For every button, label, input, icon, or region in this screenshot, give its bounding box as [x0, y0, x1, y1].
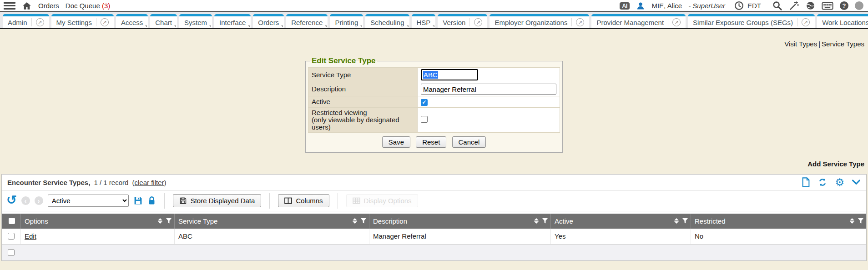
sort-icon[interactable]	[850, 218, 854, 224]
restricted-viewing-label: Restricted viewing (only viewable by des…	[308, 107, 418, 132]
sort-icon[interactable]	[353, 218, 357, 224]
tab-provider-management[interactable]: Provider Management↗	[591, 14, 686, 28]
doc-queue-link[interactable]: Doc Queue	[66, 2, 100, 10]
home-icon[interactable]	[22, 1, 32, 11]
external-link-icon[interactable]: ↗	[469, 18, 482, 26]
orders-menu-link[interactable]: Orders	[38, 2, 59, 10]
column-header-service-type[interactable]: Service Type	[175, 214, 369, 229]
tab-similar-exposure-groups[interactable]: Similar Exposure Groups (SEGs)↗	[688, 14, 815, 28]
lock-icon[interactable]	[147, 196, 156, 205]
active-checkbox[interactable]: ✓	[421, 99, 428, 106]
grid-toolbar: ↺ ‹ › Active Store Displayed Data Column…	[2, 191, 866, 211]
filter-funnel-icon[interactable]	[542, 218, 548, 224]
filter-funnel-icon[interactable]	[361, 218, 366, 224]
visit-types-link[interactable]: Visit Types	[784, 40, 817, 48]
tab-chart[interactable]: Chart	[150, 14, 177, 28]
page-type-links: Visit Types|Service Types	[0, 40, 868, 50]
tab-version[interactable]: Version↗	[438, 14, 487, 28]
filter-funnel-icon[interactable]	[858, 218, 863, 224]
tab-reference[interactable]: Reference	[286, 14, 328, 28]
column-header-description[interactable]: Description	[369, 214, 551, 229]
description-input[interactable]	[421, 84, 556, 95]
service-type-input[interactable]: ABC	[421, 69, 478, 80]
admin-tab-bar: Admin↗ My Settings↗ Access Chart System …	[0, 12, 868, 29]
edit-link[interactable]: Edit	[25, 232, 36, 240]
form-title: Edit Service Type	[310, 56, 377, 65]
collapse-chevron-icon[interactable]	[852, 179, 861, 185]
add-service-type-link[interactable]: Add Service Type	[807, 160, 864, 168]
tab-hsp[interactable]: HSP	[412, 14, 436, 28]
select-all-checkbox[interactable]	[9, 218, 15, 224]
table-header-row: Options Service Type Description Active	[2, 214, 866, 229]
top-bar: Orders Doc Queue (3) AI MIE, Alice - Sup…	[0, 0, 868, 12]
tab-admin[interactable]: Admin↗	[3, 14, 49, 28]
tab-interface[interactable]: Interface	[214, 14, 251, 28]
refresh-icon[interactable]	[818, 177, 828, 187]
user-icon[interactable]	[636, 1, 645, 10]
cell-service-type: ABC	[175, 229, 369, 244]
page-content: Visit Types|Service Types Edit Service T…	[0, 29, 868, 174]
description-row: Description	[308, 82, 560, 96]
tab-employer-organizations[interactable]: Employer Organizations↗	[490, 14, 589, 28]
sort-icon[interactable]	[534, 218, 539, 224]
cancel-button[interactable]: Cancel	[452, 136, 486, 148]
help-icon[interactable]: ?	[840, 1, 848, 10]
cell-description: Manager Referral	[369, 229, 551, 244]
external-link-icon[interactable]: ↗	[96, 18, 109, 26]
column-header-active[interactable]: Active	[551, 214, 691, 229]
new-document-icon[interactable]	[802, 177, 810, 187]
external-link-icon[interactable]: ↗	[797, 18, 810, 26]
tab-my-settings[interactable]: My Settings↗	[51, 14, 114, 28]
search-icon[interactable]	[772, 0, 782, 11]
keyboard-icon[interactable]	[822, 1, 833, 10]
ai-badge[interactable]: AI	[620, 2, 630, 10]
service-types-link[interactable]: Service Types	[822, 40, 864, 48]
columns-button[interactable]: Columns	[278, 194, 329, 207]
save-button[interactable]: Save	[382, 136, 410, 148]
divider	[338, 193, 338, 209]
status-dot-icon[interactable]	[855, 1, 863, 10]
restricted-viewing-checkbox[interactable]	[421, 116, 428, 123]
user-name[interactable]: MIE, Alice	[651, 2, 682, 10]
reset-button[interactable]: Reset	[416, 136, 446, 148]
clock-icon[interactable]	[734, 1, 744, 10]
clear-filter-link[interactable]: clear filter	[135, 179, 164, 186]
cell-active: Yes	[551, 229, 691, 244]
globe-icon[interactable]	[806, 1, 815, 10]
tab-access[interactable]: Access	[116, 14, 148, 28]
external-link-icon[interactable]: ↗	[31, 18, 44, 26]
filter-select[interactable]: Active	[48, 195, 129, 207]
save-filter-icon[interactable]	[133, 196, 143, 205]
doc-queue-count: (3)	[102, 2, 110, 10]
external-link-icon[interactable]: ↗	[668, 18, 681, 26]
panel-title: Encounter Service Types,	[7, 179, 90, 186]
row-checkbox[interactable]	[8, 233, 15, 240]
tab-system[interactable]: System	[179, 14, 212, 28]
reset-view-icon[interactable]: ↺	[6, 194, 17, 206]
sort-icon[interactable]	[158, 218, 162, 224]
next-page-icon[interactable]: ›	[35, 196, 43, 205]
filter-funnel-icon[interactable]	[166, 218, 172, 224]
column-header-options[interactable]: Options	[21, 214, 175, 229]
magic-wand-icon[interactable]	[789, 0, 799, 11]
active-label: Active	[308, 96, 418, 108]
tab-orders[interactable]: Orders	[253, 14, 284, 28]
column-header-restricted[interactable]: Restricted	[691, 214, 866, 229]
menu-icon[interactable]	[4, 2, 15, 10]
description-label: Description	[308, 82, 418, 96]
filter-funnel-icon[interactable]	[682, 218, 688, 224]
tab-scheduling[interactable]: Scheduling	[365, 14, 409, 28]
sort-icon[interactable]	[674, 218, 679, 224]
service-type-row: Service Type ABC	[308, 68, 560, 82]
store-displayed-data-button[interactable]: Store Displayed Data	[173, 194, 262, 207]
external-link-icon[interactable]: ↗	[571, 18, 584, 26]
table-footer-row	[2, 245, 866, 260]
prev-page-icon[interactable]: ‹	[21, 196, 30, 205]
footer-checkbox[interactable]	[8, 249, 15, 256]
gear-icon[interactable]: ⚙	[835, 177, 844, 188]
tab-work-locations[interactable]: Work Locations↗	[817, 14, 868, 28]
add-service-type-row: Add Service Type	[0, 153, 868, 174]
user-role: - SuperUser	[688, 2, 725, 10]
tab-printing[interactable]: Printing	[330, 14, 363, 28]
row-select-cell	[2, 229, 21, 244]
